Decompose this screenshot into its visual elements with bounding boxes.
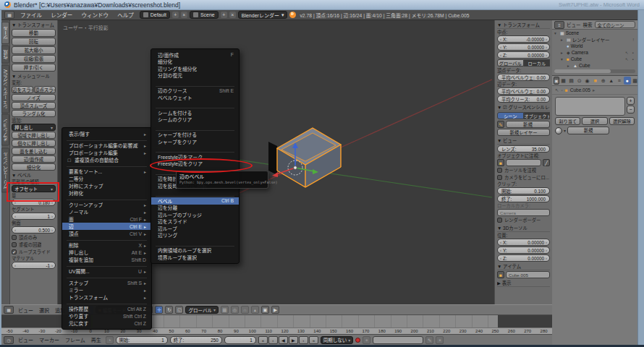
bevel-material-slider[interactable]: ‹ -1 › <box>12 262 56 269</box>
slider-right-arrow-icon[interactable]: › <box>546 248 547 252</box>
tool-button[interactable]: ノイズ <box>12 94 56 101</box>
panel-header-meshtools[interactable]: ▼ メッシュツール <box>12 73 56 80</box>
view3d-menu-item[interactable]: 選択 <box>37 306 51 314</box>
outliner-search-menu[interactable]: 検索 <box>583 21 593 28</box>
value-slider[interactable]: 終了: 1000.000 <box>497 195 550 202</box>
outliner-editor-type-icon[interactable]: ≡ <box>554 21 564 29</box>
slider-right-arrow-icon[interactable]: › <box>51 263 53 267</box>
menu-item[interactable]: 対称化 <box>62 189 151 197</box>
menu-item[interactable]: シャープを付ける <box>151 132 239 139</box>
menu-item[interactable]: ノーマル ▸ <box>62 208 151 215</box>
record-button[interactable] <box>355 338 360 343</box>
timeline-menu-item[interactable]: ビュー <box>16 335 35 344</box>
layout-add-button[interactable]: + <box>172 12 179 18</box>
menu-item[interactable]: 面 Ctrl F ▸ <box>62 215 151 223</box>
menu-item[interactable]: スナップ Shift S ▸ <box>62 279 151 286</box>
outliner-view-menu[interactable]: ビュー <box>567 21 581 28</box>
value-slider[interactable]: ‹ Z: 0.00000 › <box>497 51 550 59</box>
render-opengl-icon[interactable]: ▣ <box>261 306 269 314</box>
slider-right-arrow-icon[interactable]: › <box>546 45 547 49</box>
layers-widget[interactable]: ▦ <box>221 306 229 314</box>
slider-left-arrow-icon[interactable]: ‹ <box>14 200 16 205</box>
material-slot-list[interactable] <box>555 97 625 116</box>
npanel-item-header[interactable]: ▼ アイテム <box>497 263 550 270</box>
scene-delete-button[interactable]: × <box>229 12 236 18</box>
outliner-row[interactable]: ▸ ▲ Cube <box>552 62 637 69</box>
playback-button[interactable]: ◀ <box>279 336 288 344</box>
toolshelf-tab[interactable]: オプション <box>1 114 9 146</box>
properties-tab-icon[interactable]: ▦ <box>560 77 567 85</box>
menu-item[interactable] <box>156 239 234 247</box>
scene-add-button[interactable]: + <box>221 12 227 18</box>
bevel-amount-slider[interactable]: ‹ 0.180 › <box>12 199 56 206</box>
info-menu-item[interactable]: ファイル <box>17 12 46 19</box>
tool-button[interactable]: 頂点スムーズ <box>12 102 56 109</box>
visibility-icons[interactable]: ↖ ▪ <box>625 51 635 55</box>
slider-left-arrow-icon[interactable]: ‹ <box>500 240 501 244</box>
toggle-button[interactable]: ローカル <box>524 59 551 67</box>
properties-tab-icon[interactable]: ■ <box>592 77 599 85</box>
menu-item[interactable] <box>67 238 147 241</box>
current-frame-field[interactable]: 1 <box>224 336 256 344</box>
menu-item[interactable]: 細分化 <box>151 59 239 66</box>
properties-editor-type-icon[interactable]: ▣ <box>554 77 559 85</box>
view3d-editor-type-icon[interactable]: ▦ <box>4 306 14 314</box>
lock-object-field[interactable] <box>506 159 541 166</box>
gpencil-new-layer-button[interactable]: 新規レイヤー <box>497 129 550 136</box>
menu-item[interactable]: 二等分 <box>62 175 151 182</box>
expand-arrow-icon[interactable]: ▸ <box>561 51 565 55</box>
menu-item[interactable]: やり直す Shift Ctrl Z <box>62 312 151 320</box>
menu-item[interactable]: 境界ループを選択 <box>151 254 239 261</box>
value-slider[interactable]: 平均ベベルウェ: 0.00 <box>497 74 550 81</box>
tool-button[interactable]: 辺/面作成 <box>12 155 56 163</box>
slider-left-arrow-icon[interactable]: ‹ <box>500 248 501 252</box>
checkbox-row[interactable]: 重複の回避 <box>12 241 56 248</box>
playback-button[interactable]: « <box>258 336 268 344</box>
properties-tab-icon[interactable]: ▩ <box>632 77 639 85</box>
properties-tab-icon[interactable]: ◉ <box>584 77 591 85</box>
menu-item[interactable] <box>156 146 234 153</box>
playback-button[interactable]: ‹ <box>268 336 278 344</box>
material-button[interactable]: 選択解除 <box>609 117 635 125</box>
playback-button[interactable]: ▶ <box>289 336 298 344</box>
checkbox-icon[interactable] <box>497 168 502 173</box>
tool-button[interactable]: 頂点スライド <box>34 86 56 93</box>
menu-item[interactable] <box>67 275 147 278</box>
npanel-gpencil-header[interactable]: ▼ ☑ グリースペンシルレイ <box>497 104 550 111</box>
menu-item[interactable]: 辺のクリース Shift E <box>151 87 239 95</box>
manipulator-scale-icon[interactable]: ◱ <box>175 306 183 314</box>
tool-button[interactable]: ランダム化 <box>12 110 56 117</box>
outliner-row[interactable]: ● World <box>552 43 637 49</box>
npanel-transform-header[interactable]: ▼ トランスフォーム <box>497 22 550 29</box>
visibility-icons[interactable]: ↖ ▪ <box>625 57 635 61</box>
manipulator-translate-icon[interactable]: ✛ <box>155 306 163 314</box>
properties-tab-icon[interactable]: ● <box>624 77 631 85</box>
toolshelf-tab[interactable]: ツール <box>1 22 9 44</box>
menu-item[interactable]: 辺ループのブリッジ <box>151 211 239 218</box>
checkbox-icon[interactable] <box>497 218 502 223</box>
menu-item[interactable]: 操作履歴 Ctrl Alt Z <box>62 305 151 312</box>
local-camera-field[interactable]: Camera <box>497 209 550 216</box>
properties-tab-icon[interactable]: ≡ <box>616 77 623 85</box>
info-menu-item[interactable]: ヘルプ <box>114 12 137 19</box>
slider-right-arrow-icon[interactable]: › <box>51 214 53 218</box>
expand-arrow-icon[interactable]: ▸ <box>567 64 572 68</box>
menu-item[interactable]: UV展開... U ▸ <box>62 267 151 275</box>
npanel-display-header[interactable]: ▶ 表示 <box>497 280 550 287</box>
bevel-type-dropdown[interactable]: オフセット ▾ <box>12 185 56 192</box>
menu-item[interactable]: ベベル Ctrl B <box>151 197 239 205</box>
checkbox-row[interactable]: 頂点のみ <box>12 234 56 241</box>
frame-end-slider[interactable]: 終了: 250 <box>170 336 222 344</box>
value-slider[interactable]: 平均クリース: 0.00 <box>497 95 550 103</box>
expand-arrow-icon[interactable]: ▾ <box>561 57 565 61</box>
menu-item[interactable]: 辺ループ <box>151 225 239 232</box>
menu-item[interactable]: 元に戻す Ctrl Z <box>62 320 151 327</box>
slider-right-arrow-icon[interactable]: › <box>546 240 547 244</box>
toggle-button[interactable]: グローバル <box>497 59 524 67</box>
lens-slider[interactable]: レンズ: 35.000 <box>497 145 550 153</box>
insert-keyframe-icon[interactable]: ✎ <box>425 336 433 344</box>
tool-button[interactable]: 領域で押し出し <box>12 132 56 139</box>
sync-dropdown[interactable]: 同期しない ▾ <box>321 336 354 344</box>
menu-item[interactable] <box>156 80 234 87</box>
menu-item[interactable]: プロポーショナル編集の影響減衰タイプ ▸ <box>62 142 151 149</box>
